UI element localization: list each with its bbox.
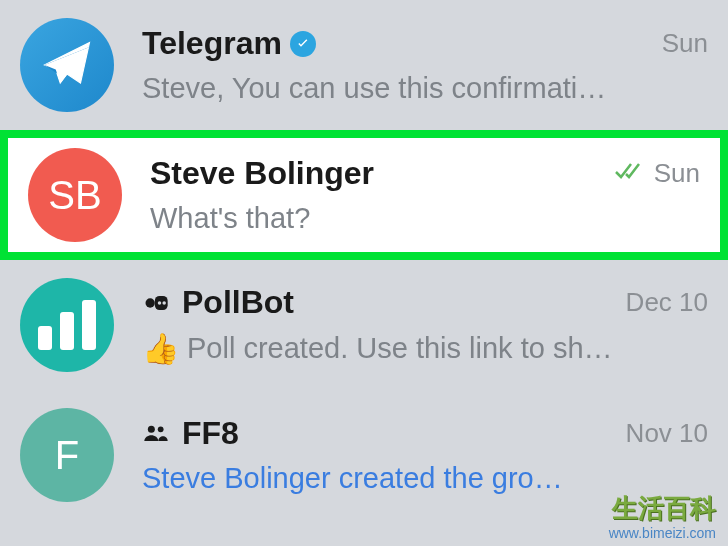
chat-header-row: Telegram Sun: [142, 25, 708, 62]
chat-name: Telegram: [142, 25, 282, 62]
chat-name: Steve Bolinger: [150, 155, 374, 192]
chat-content: FF8 Nov 10 Steve Bolinger created the gr…: [142, 415, 708, 495]
group-icon: [142, 420, 170, 448]
svg-point-2: [158, 301, 162, 305]
timestamp: Sun: [662, 28, 708, 59]
telegram-plane-icon: [40, 38, 94, 92]
chat-name-wrap: PollBot: [142, 284, 294, 321]
watermark-url: www.bimeizi.com: [609, 525, 716, 541]
chat-name: PollBot: [182, 284, 294, 321]
chat-header-row: FF8 Nov 10: [142, 415, 708, 452]
chat-name: FF8: [182, 415, 239, 452]
avatar-ff8: F: [20, 408, 114, 502]
chat-item-pollbot[interactable]: PollBot Dec 10 👍 Poll created. Use this …: [0, 260, 728, 390]
chat-meta: Dec 10: [626, 287, 708, 318]
chat-header-row: Steve Bolinger Sun: [150, 155, 700, 192]
chat-content: Telegram Sun Steve, You can use this con…: [142, 25, 708, 105]
chat-preview: What's that?: [150, 202, 700, 235]
avatar-telegram: [20, 18, 114, 112]
timestamp: Dec 10: [626, 287, 708, 318]
timestamp: Nov 10: [626, 418, 708, 449]
bot-icon: [142, 289, 170, 317]
chat-name-wrap: Telegram: [142, 25, 316, 62]
svg-point-0: [146, 298, 155, 307]
avatar-pollbot: [20, 278, 114, 372]
bars-icon: [38, 300, 96, 350]
chat-content: Steve Bolinger Sun What's that?: [150, 155, 700, 235]
read-check-icon: [614, 160, 646, 188]
chat-meta: Sun: [614, 158, 700, 189]
chat-preview: Steve, You can use this confirmati…: [142, 72, 708, 105]
chat-preview: 👍 Poll created. Use this link to sh…: [142, 331, 708, 366]
avatar-steve: SB: [28, 148, 122, 242]
chat-meta: Sun: [662, 28, 708, 59]
svg-point-4: [148, 425, 155, 432]
chat-meta: Nov 10: [626, 418, 708, 449]
svg-point-3: [162, 301, 166, 305]
chat-name-wrap: Steve Bolinger: [150, 155, 374, 192]
chat-name-wrap: FF8: [142, 415, 239, 452]
chat-item-telegram[interactable]: Telegram Sun Steve, You can use this con…: [0, 0, 728, 130]
chat-header-row: PollBot Dec 10: [142, 284, 708, 321]
preview-text: Poll created. Use this link to sh…: [187, 332, 613, 365]
chat-content: PollBot Dec 10 👍 Poll created. Use this …: [142, 284, 708, 366]
chat-item-steve[interactable]: SB Steve Bolinger Sun What's that?: [0, 130, 728, 260]
timestamp: Sun: [654, 158, 700, 189]
svg-point-5: [158, 426, 164, 432]
avatar-initials: F: [55, 433, 79, 478]
avatar-initials: SB: [48, 173, 101, 218]
verified-badge-icon: [290, 31, 316, 57]
thumbs-up-emoji: 👍: [142, 331, 179, 366]
watermark-cn: 生活百科: [612, 491, 716, 526]
